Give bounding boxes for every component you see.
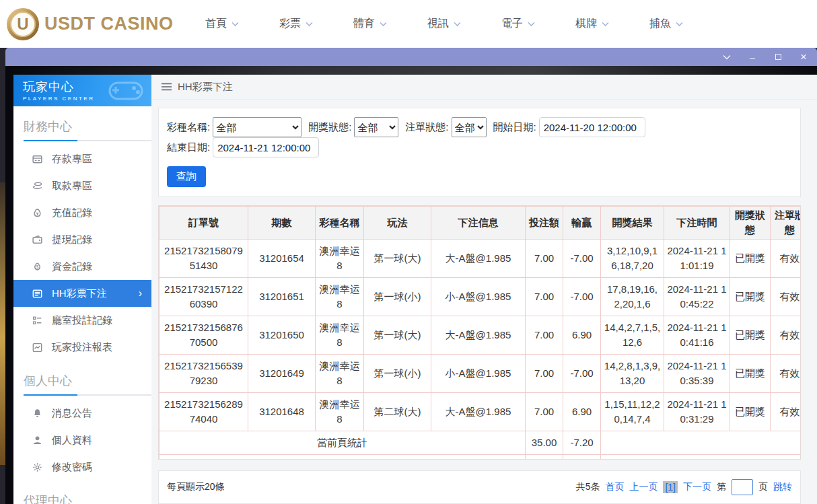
table-cell: 14,4,2,7,1,5,12,6 [601,316,664,354]
page-size-text: 每頁顯示20條 [167,481,225,493]
table-cell: 2152173215687670500 [159,316,248,354]
chevron-down-icon [380,22,387,27]
table-cell: 7.00 [526,316,563,354]
table-cell: 7.00 [526,277,563,316]
top-nav-item-label: 電子 [501,17,523,31]
table-cell: 澳洲幸运8 [316,354,364,392]
sidebar-item-取款專區[interactable]: 取款專區 [13,172,151,199]
cashout-icon [31,233,43,246]
table-cell: 有效 [771,316,802,354]
filter-panel: 彩種名稱: 全部 開獎狀態: 全部 注單狀態: [158,108,801,197]
table-cell: 2024-11-21 10:35:39 [664,354,730,392]
table-cell: 2152173215712260390 [159,277,248,316]
table-cell: 澳洲幸运8 [316,277,364,316]
brand-name: USDT CASINO [44,13,174,34]
sidebar-item-提現記錄[interactable]: 提現記錄 [13,226,151,253]
lottery-name-select[interactable]: 全部 [213,117,301,137]
top-nav-item-1[interactable]: 彩票 [279,17,313,31]
sidebar-header: 玩家中心 PLAYERS CENTER [13,75,151,106]
top-nav-item-2[interactable]: 體育 [353,17,387,31]
table-header-cell: 投注額 [526,207,563,240]
top-nav-item-label: 棋牌 [575,17,597,31]
close-button[interactable]: × [798,52,809,63]
brand-logo-letter: U [10,11,36,37]
prev-page-link[interactable]: 上一页 [629,481,658,493]
brand[interactable]: U USDT CASINO [7,8,175,40]
page-title: HH彩票下注 [178,81,233,94]
table-cell: 17,8,19,16,2,20,1,6 [601,277,664,316]
table-header-cell: 彩種名稱 [316,207,364,240]
grand-summary-label: 總統計 [159,454,526,460]
sidebar-item-充值記錄[interactable]: 充值記錄 [13,199,151,226]
table-cell: 澳洲幸运8 [316,392,364,431]
sidebar-item-label: 消息公告 [52,407,92,420]
chevron-down-icon[interactable] [721,52,732,63]
jump-button[interactable]: 跳转 [773,481,792,493]
brand-logo-icon: U [7,8,39,40]
sidebar-item-label: 存款專區 [52,153,92,166]
funds-icon: $ [31,260,43,273]
window-titlebar: – × [5,48,817,66]
sidebar-section-divider [24,394,151,396]
table-cell: -7.00 [563,277,601,316]
top-nav-item-5[interactable]: 棋牌 [575,17,609,31]
table-cell: 3,12,10,9,16,18,7,20 [601,239,664,277]
sidebar-item-label: HH彩票下注 [52,287,107,300]
sidebar-section-title-1: 個人中心 [24,373,151,389]
sidebar-section-title-0: 財務中心 [24,118,151,135]
page-summary-winloss-total: -7.20 [563,431,601,454]
top-nav-item-3[interactable]: 視訊 [427,17,461,31]
first-page-link[interactable]: 首页 [605,481,624,493]
app-window: – × 玩家中心 PLAYERS CENTER [5,48,817,504]
top-nav-bar: U USDT CASINO 首頁彩票體育視訊電子棋牌捕魚 [0,0,817,48]
start-date-input[interactable] [539,117,645,137]
withdraw-icon [31,180,43,192]
sidebar-item-修改密碼[interactable]: 修改密碼 [13,454,151,480]
profile-icon [31,434,43,446]
table-cell: 已開獎 [730,277,771,316]
sidebar-item-消息公告[interactable]: 消息公告 [13,400,151,427]
sidebar-item-存款專區[interactable]: 存款專區 [13,145,151,172]
top-nav-item-6[interactable]: 捕魚 [649,17,683,31]
pagination-bar: 每頁顯示20條 共5条 首页 上一页 [1] 下一页 第 页 跳转 [158,470,801,504]
sidebar-item-HH彩票下注[interactable]: HH彩票下注 [13,280,151,307]
hamburger-icon[interactable] [162,81,172,93]
current-page-indicator: [1] [663,481,678,493]
table-cell: 7.00 [526,239,563,277]
total-count-text: 共5条 [576,481,600,493]
table-cell: 7.00 [526,354,563,392]
chevron-down-icon [306,22,313,27]
table-cell: 2024-11-21 10:45:22 [664,277,730,316]
table-cell: 14,2,8,1,3,9,13,20 [601,354,664,392]
draw-status-select[interactable]: 全部 [354,117,398,137]
room-record-icon [31,314,43,326]
end-date-label: 結束日期: [167,141,210,154]
search-button[interactable]: 查詢 [167,166,206,187]
top-nav-item-0[interactable]: 首頁 [205,17,239,31]
sidebar-item-廳室投註記錄[interactable]: 廳室投註記錄 [13,307,151,334]
jump-page-input[interactable] [732,479,753,495]
jump-prefix-label: 第 [717,481,726,493]
table-row: 215217321562897404031201648澳洲幸运8第二球(大)大-… [159,392,802,431]
top-nav-item-4[interactable]: 電子 [501,17,535,31]
table-cell: 2024-11-21 10:41:16 [664,316,730,354]
table-cell: 小-A盤@1.985 [431,277,526,316]
table-cell: 2024-11-21 11:01:19 [664,239,730,277]
table-cell: 已開獎 [730,239,771,277]
grand-summary-winloss-total: -7.20 [563,454,601,460]
next-page-link[interactable]: 下一页 [683,481,711,493]
maximize-button[interactable] [773,52,783,63]
table-cell: 澳洲幸运8 [316,239,364,277]
order-status-select[interactable]: 全部 [452,117,487,137]
end-date-input[interactable] [213,137,319,157]
bet-records-table-wrap: 訂單號期數彩種名稱玩法下注信息投注額輸贏開獎結果下注時間開獎狀態注單狀態 215… [158,205,801,460]
top-nav-item-label: 視訊 [427,17,449,31]
sidebar-item-label: 修改密碼 [52,461,92,474]
sidebar-item-個人資料[interactable]: 個人資料 [13,427,151,454]
minimize-button[interactable]: – [747,52,758,63]
sidebar-item-玩家投注報表[interactable]: 玩家投注報表 [13,334,151,361]
sidebar-item-label: 資金記錄 [52,260,92,273]
sidebar-item-資金記錄[interactable]: $資金記錄 [13,253,151,280]
breadcrumb: HH彩票下注 [151,75,817,100]
jump-suffix-label: 页 [758,481,768,493]
